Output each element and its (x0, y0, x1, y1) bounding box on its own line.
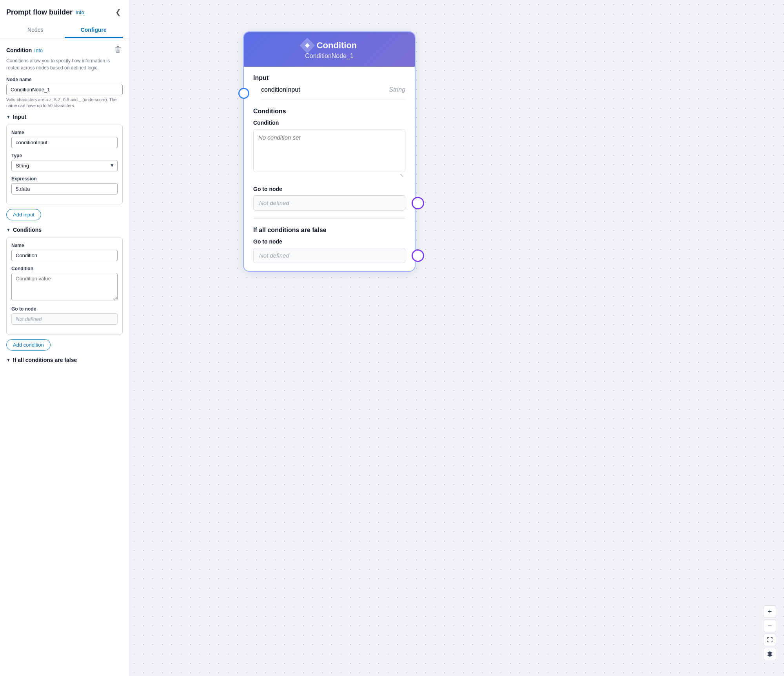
node-condition-textarea[interactable] (253, 129, 405, 172)
node-go-to-input: Not defined (253, 195, 405, 211)
sidebar-title-row: Prompt flow builder Info ❮ (6, 6, 123, 18)
input-name-field[interactable] (11, 137, 118, 148)
condition-go-to-label: Go to node (11, 306, 118, 312)
input-connector-circle (238, 88, 249, 99)
resize-handle-icon: ⤡ (400, 173, 404, 178)
condition-value-group: Condition (11, 266, 118, 302)
input-expression-field[interactable] (11, 183, 118, 194)
node-go-to-row: Not defined (253, 195, 405, 211)
main-canvas[interactable]: Condition ConditionNode_1 Input conditio… (129, 0, 784, 676)
node-condition-label: Condition (253, 120, 405, 126)
collapse-button[interactable]: ❮ (114, 6, 123, 18)
layers-button[interactable] (764, 648, 776, 660)
conditions-section: ▼ Conditions Name Condition Go to node N… (6, 227, 123, 351)
diamond-icon (299, 38, 315, 53)
node-go-to-label: Go to node (253, 186, 405, 192)
zoom-controls: + − (764, 605, 776, 660)
condition-section-header: Condition Info (6, 45, 123, 56)
zoom-out-button[interactable]: − (764, 620, 776, 632)
node-if-false-section: If all conditions are false Go to node N… (253, 227, 405, 263)
condition-name-label: Name (11, 243, 118, 248)
input-section: ▼ Input Name Type String Number Boolean (6, 114, 123, 220)
output-connector-circle-2 (412, 249, 424, 262)
input-expression-group: Expression (11, 176, 118, 194)
node-if-false-go-to-input: Not defined (253, 248, 405, 263)
sidebar: Prompt flow builder Info ❮ Nodes Configu… (0, 0, 129, 676)
node-subtitle: ConditionNode_1 (305, 53, 354, 60)
condition-section-label: Condition Info (6, 47, 43, 53)
conditions-section-title[interactable]: ▼ Conditions (6, 227, 123, 233)
sidebar-content: Condition Info Conditions allow you to s… (0, 38, 129, 676)
conditions-title-text: Conditions (13, 227, 42, 233)
node-input-type: String (389, 86, 405, 93)
add-input-button[interactable]: Add input (6, 209, 41, 220)
input-type-group: Type String Number Boolean Object Array … (11, 153, 118, 171)
type-select-wrapper: String Number Boolean Object Array ▼ (11, 160, 118, 171)
if-false-arrow-icon: ▼ (6, 358, 11, 362)
input-name-label: Name (11, 130, 118, 135)
node-input-name: conditionInput (261, 86, 300, 93)
node-input-wrapper: conditionInput String (253, 86, 405, 100)
condition-name-group: Name (11, 243, 118, 261)
node-conditions-section-title: Conditions (253, 108, 405, 115)
output-connector-circle-1 (412, 197, 424, 209)
if-false-section-title[interactable]: ▼ If all conditions are false (6, 357, 123, 363)
sidebar-header: Prompt flow builder Info ❮ Nodes Configu… (0, 0, 129, 38)
condition-go-to-group: Go to node Not defined (11, 306, 118, 325)
node-name-group: Node name Valid characters are a-z, A-Z,… (6, 77, 123, 109)
condition-value-label: Condition (11, 266, 118, 271)
node-if-false-go-to-label: Go to node (253, 238, 405, 245)
input-section-title[interactable]: ▼ Input (6, 114, 123, 120)
if-false-section: ▼ If all conditions are false (6, 357, 123, 363)
condition-node-card: Condition ConditionNode_1 Input conditio… (243, 31, 416, 272)
input-arrow-icon: ▼ (6, 114, 11, 119)
node-if-false-title: If all conditions are false (253, 227, 405, 234)
input-expression-label: Expression (11, 176, 118, 182)
if-false-title-text: If all conditions are false (13, 357, 77, 363)
divider (253, 218, 405, 219)
conditions-arrow-icon: ▼ (6, 227, 11, 232)
zoom-in-button[interactable]: + (764, 605, 776, 618)
node-name-label: Node name (6, 77, 123, 82)
sidebar-title-text: Prompt flow builder (6, 8, 73, 16)
node-body: Input conditionInput String Conditions C… (244, 67, 415, 271)
condition-section-desc: Conditions allow you to specify how info… (6, 57, 123, 71)
input-type-label: Type (11, 153, 118, 158)
node-header-title-row: Condition (302, 40, 357, 51)
sidebar-info-link[interactable]: Info (76, 9, 84, 15)
zoom-fit-button[interactable] (764, 634, 776, 646)
condition-info-link[interactable]: Info (34, 47, 43, 53)
tabs-container: Nodes Configure (6, 23, 123, 38)
node-input-row: conditionInput String (261, 86, 405, 100)
conditions-card: Name Condition Go to node Not defined (6, 238, 123, 334)
tab-nodes[interactable]: Nodes (6, 23, 65, 38)
input-type-select[interactable]: String Number Boolean Object Array (11, 160, 118, 171)
node-header: Condition ConditionNode_1 (244, 32, 415, 67)
node-title: Condition (317, 40, 357, 51)
condition-go-to-field: Not defined (11, 313, 118, 325)
input-name-group: Name (11, 130, 118, 148)
node-conditions-section: Conditions Condition ⤡ Go to node Not de… (253, 108, 405, 211)
delete-button[interactable] (113, 45, 123, 56)
condition-value-textarea[interactable] (11, 273, 118, 300)
condition-name-field[interactable] (11, 250, 118, 261)
input-title-text: Input (13, 114, 26, 120)
node-input-section-title: Input (253, 75, 405, 82)
tab-configure[interactable]: Configure (65, 23, 123, 38)
node-if-false-go-to-row: Not defined (253, 248, 405, 263)
condition-label-text: Condition (6, 47, 32, 53)
sidebar-title: Prompt flow builder Info (6, 8, 84, 16)
add-condition-button[interactable]: Add condition (6, 339, 51, 351)
node-name-input[interactable] (6, 84, 123, 95)
node-name-hint: Valid characters are a-z, A-Z, 0-9 and _… (6, 97, 123, 109)
input-card: Name Type String Number Boolean Object A… (6, 125, 123, 204)
